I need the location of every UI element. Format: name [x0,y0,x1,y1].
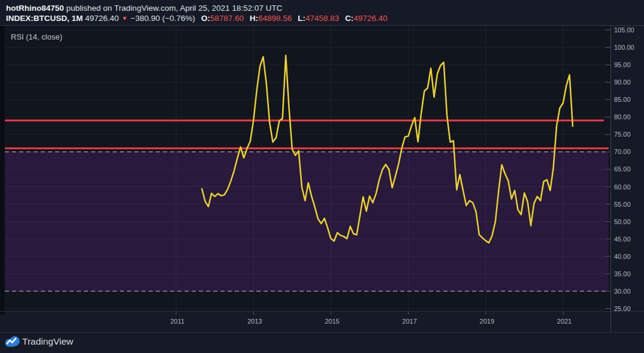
price-axis-label: 50.00 [614,218,631,226]
price-axis-label: 70.00 [614,147,631,156]
price-axis-label: 65.00 [614,165,631,173]
time-axis-label: 2013 [247,318,262,325]
price-axis-label: 90.00 [614,78,631,86]
low-label: L: [298,14,306,23]
symbol-status-row: INDEX:BTCUSD, 1M 49726.40 ▼ −380.90 (−0.… [6,14,387,23]
username-link[interactable]: hotRhino84750 [6,4,64,13]
price-axis-label: 45.00 [614,235,631,243]
rsi-chart-canvas[interactable] [0,0,644,353]
price-axis-label: 95.00 [614,61,631,69]
time-axis-label: 2015 [325,318,339,325]
time-axis-label: 2021 [557,318,572,325]
down-triangle-icon: ▼ [121,15,128,22]
high-label: H: [250,14,258,23]
publish-header: hotRhino84750 published on TradingView.c… [6,4,282,13]
price-axis-label: 40.00 [614,252,631,261]
price-change: −380.90 (−0.76%) [131,14,195,23]
indicator-legend[interactable]: RSI (14, close) [11,32,62,41]
close-label: C: [345,14,353,23]
close-value: 49726.40 [353,14,387,23]
price-axis-label: 25.00 [614,304,631,313]
low-value: 47458.83 [306,14,339,23]
pane-left-margin [0,26,5,315]
price-axis-label: 105.00 [614,26,634,34]
price-axis-label: 100.00 [614,43,634,52]
price-axis-label: 80.00 [614,113,631,121]
tradingview-brand-link[interactable]: TradingView [22,336,73,347]
price-axis-label: 30.00 [614,287,631,295]
last-price: 49726.40 [85,14,119,23]
time-axis-label: 2011 [170,318,185,325]
price-axis-label: 85.00 [614,95,631,104]
tradingview-logo-icon[interactable] [5,336,20,348]
open-label: O: [201,14,210,23]
footer-bar: TradingView [0,333,644,353]
price-axis-label: 55.00 [614,200,631,209]
price-axis-label: 60.00 [614,183,631,191]
price-axis-label: 35.00 [614,270,631,278]
price-axis-label: 75.00 [614,130,631,138]
tradingview-snapshot: hotRhino84750 published on TradingView.c… [0,0,644,353]
time-axis-label: 2017 [402,318,416,325]
symbol-interval-label[interactable]: INDEX:BTCUSD, 1M [6,14,83,23]
high-value: 64898.56 [258,14,292,23]
open-value: 58787.60 [210,14,244,23]
time-axis-label: 2019 [480,318,494,325]
published-text: published on TradingView.com, April 25, … [66,4,283,13]
